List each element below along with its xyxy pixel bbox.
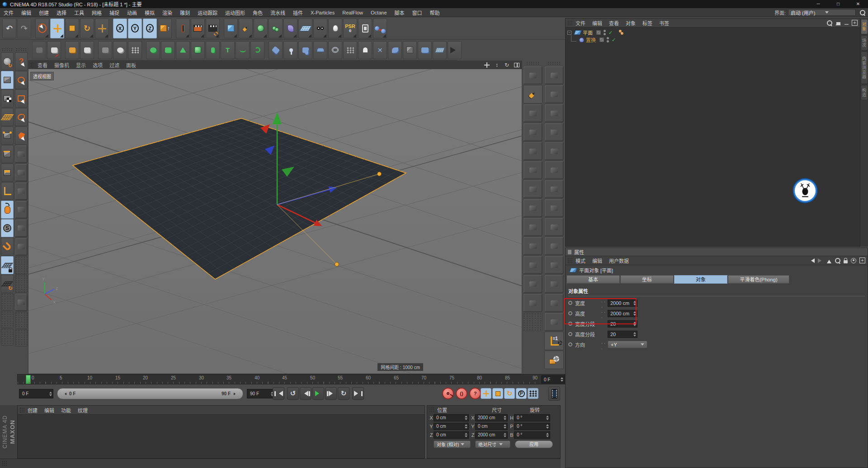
autokey-button[interactable] bbox=[358, 19, 372, 38]
scale-axis-icon[interactable]: =1 bbox=[544, 332, 564, 350]
menu-file[interactable]: 文件 bbox=[4, 9, 14, 16]
interface-dropdown[interactable]: 启动 (用户) bbox=[788, 9, 856, 16]
modeling-command-icon[interactable] bbox=[206, 41, 220, 59]
next-frame-button[interactable] bbox=[325, 387, 337, 400]
modeling-command-icon[interactable] bbox=[343, 41, 357, 59]
position-z-input[interactable]: 0 cm bbox=[434, 431, 469, 439]
tab-takes[interactable]: 场次 bbox=[861, 35, 868, 51]
spline-pen-button[interactable] bbox=[239, 19, 253, 38]
track-selection-icon[interactable] bbox=[851, 258, 856, 263]
tab-structure[interactable]: 构造 bbox=[861, 85, 868, 100]
light-button[interactable] bbox=[328, 19, 342, 38]
viewport-menu-filter[interactable]: 过滤 bbox=[109, 61, 119, 69]
attr-menu-userdata[interactable]: 用户数据 bbox=[609, 257, 629, 264]
enabled-check-icon[interactable]: ✓ bbox=[612, 37, 616, 43]
stepper-icon[interactable] bbox=[633, 310, 636, 317]
menu-character[interactable]: 角色 bbox=[253, 9, 263, 16]
modeling-command-icon[interactable] bbox=[98, 41, 112, 59]
history-back-icon[interactable] bbox=[809, 258, 815, 263]
goto-end-button[interactable] bbox=[352, 387, 364, 400]
modeling-command-icon[interactable] bbox=[47, 41, 61, 59]
viewport-menu-panel[interactable]: 面板 bbox=[126, 61, 136, 69]
keyframe-dot-icon[interactable] bbox=[568, 301, 572, 305]
modeling-command-icon[interactable]: T bbox=[221, 41, 235, 59]
position-y-input[interactable]: 0 cm bbox=[434, 423, 469, 430]
search-icon[interactable] bbox=[826, 20, 832, 26]
polygons-mode-button[interactable] bbox=[1, 164, 14, 182]
minimize-button[interactable]: ─ bbox=[808, 0, 828, 8]
modeling-command-icon[interactable] bbox=[403, 41, 417, 59]
width-input[interactable]: 2000 cm bbox=[608, 300, 637, 307]
apply-button[interactable]: 应用 bbox=[515, 440, 553, 448]
array-generator-button[interactable] bbox=[269, 19, 283, 38]
om-menu-view[interactable]: 查看 bbox=[609, 19, 619, 27]
menu-render[interactable]: 渲染 bbox=[162, 9, 172, 16]
planar-workplane-button[interactable]: ↻ bbox=[1, 275, 14, 293]
object-name[interactable]: 置换 bbox=[586, 36, 596, 43]
rectangle-selection-tool[interactable] bbox=[15, 89, 28, 108]
move-tool[interactable] bbox=[50, 19, 64, 38]
z-axis-lock-button[interactable]: Z bbox=[143, 19, 157, 38]
stepper-icon[interactable] bbox=[633, 300, 636, 307]
live-selection-circle-tool[interactable] bbox=[15, 71, 28, 89]
play-backwards-button[interactable]: ↺ bbox=[287, 387, 299, 400]
mat-menu-texture[interactable]: 纹理 bbox=[78, 407, 88, 414]
parent-up-icon[interactable] bbox=[827, 257, 831, 263]
keyframe-dot-icon[interactable] bbox=[568, 342, 572, 346]
menu-animate[interactable]: 动画 bbox=[127, 9, 137, 16]
rotate-tool[interactable]: ↻ bbox=[80, 19, 94, 38]
key-parameter-toggle[interactable]: P bbox=[516, 388, 527, 399]
tab-object[interactable]: 对象 bbox=[674, 275, 727, 284]
sculpt-pen-icon[interactable] bbox=[523, 85, 542, 103]
modeling-command-icon[interactable] bbox=[161, 41, 175, 59]
om-menu-tags[interactable]: 标签 bbox=[642, 19, 652, 27]
lock-workplane-button[interactable] bbox=[1, 256, 14, 274]
stepper-icon[interactable] bbox=[633, 331, 636, 338]
collapse-icon[interactable] bbox=[844, 24, 849, 25]
record-keyframe-button[interactable] bbox=[442, 388, 454, 399]
modeling-command-icon[interactable] bbox=[250, 41, 264, 59]
menu-window[interactable]: 窗口 bbox=[412, 9, 422, 16]
play-button[interactable] bbox=[312, 387, 324, 400]
height-input[interactable]: 2000 cm bbox=[608, 310, 637, 317]
menu-edit[interactable]: 编辑 bbox=[21, 9, 31, 16]
panel-grip[interactable] bbox=[567, 20, 573, 26]
tab-basic[interactable]: 基本 bbox=[566, 275, 620, 284]
height-segments-input[interactable]: 20 bbox=[608, 331, 637, 338]
menu-help[interactable]: 帮助 bbox=[430, 9, 440, 16]
mat-menu-create[interactable]: 创建 bbox=[28, 407, 38, 414]
modeling-command-icon[interactable] bbox=[283, 41, 297, 59]
texture-mode-button[interactable] bbox=[1, 89, 14, 108]
x-axis-lock-button[interactable]: X bbox=[113, 19, 127, 38]
close-button[interactable]: ✕ bbox=[848, 0, 868, 8]
layer-box-icon[interactable] bbox=[599, 37, 604, 42]
object-gear-icon[interactable] bbox=[544, 351, 564, 369]
home-icon[interactable] bbox=[835, 20, 841, 26]
loop-button[interactable]: ↻ bbox=[338, 387, 349, 400]
autokeying-button[interactable]: () bbox=[456, 388, 467, 399]
size-mode-dropdown[interactable]: 绝对尺寸 bbox=[475, 440, 510, 448]
key-position-toggle[interactable] bbox=[481, 388, 491, 399]
tab-content-browser[interactable]: 内容浏览器 bbox=[861, 51, 868, 84]
key-scale-toggle[interactable] bbox=[492, 388, 503, 399]
modeling-command-icon[interactable] bbox=[328, 41, 342, 59]
stepper-icon[interactable] bbox=[561, 376, 563, 383]
subdivision-surface-button[interactable] bbox=[254, 19, 268, 38]
position-x-input[interactable]: 0 cm bbox=[434, 414, 469, 421]
render-view-button[interactable] bbox=[176, 19, 190, 38]
modeling-command-icon[interactable] bbox=[146, 41, 160, 59]
keyframe-selection-button[interactable]: ? bbox=[469, 388, 481, 399]
modeling-command-icon[interactable] bbox=[269, 41, 283, 59]
panel-grip[interactable] bbox=[567, 258, 573, 263]
goto-start-button[interactable] bbox=[273, 387, 284, 400]
viewport-canvas[interactable]: Y Z X bbox=[28, 69, 522, 374]
y-axis-lock-button[interactable]: Y bbox=[128, 19, 142, 38]
modeling-command-icon[interactable]: ✕ bbox=[373, 41, 387, 59]
size-z-input[interactable]: 2000 cm bbox=[475, 431, 508, 439]
modeling-command-icon[interactable] bbox=[191, 41, 205, 59]
size-y-input[interactable]: 0 cm bbox=[475, 423, 508, 430]
modeling-command-icon[interactable] bbox=[298, 41, 312, 59]
coordinate-system-button[interactable]: ↑ bbox=[158, 19, 172, 38]
keyframe-dot-icon[interactable] bbox=[568, 332, 572, 336]
menu-script[interactable]: 脚本 bbox=[395, 9, 405, 16]
